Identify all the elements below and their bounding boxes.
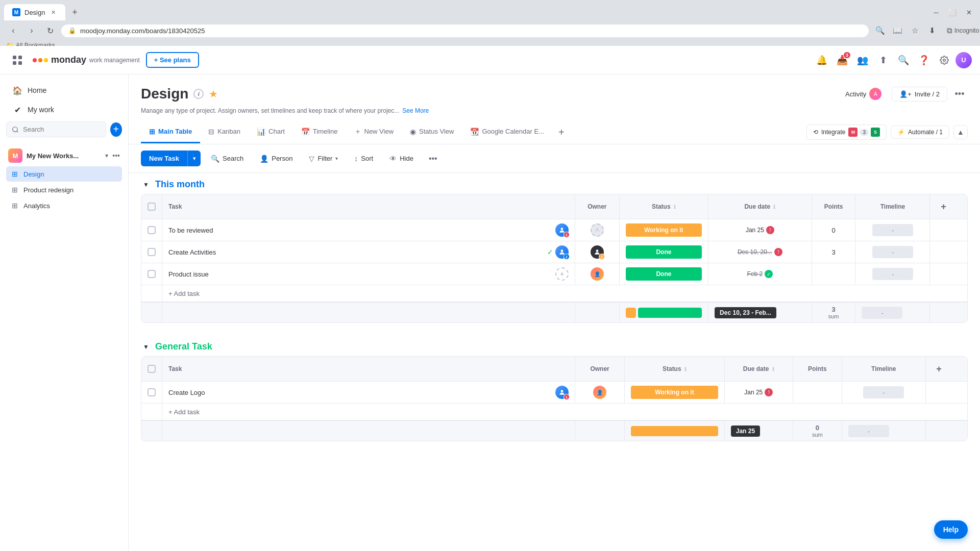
sidebar-item-home[interactable]: 🏠 Home — [4, 81, 124, 99]
g-add-task-label: + Add task — [168, 408, 200, 416]
upgrade-button[interactable]: ⬆ — [874, 51, 892, 69]
task-add-icon[interactable]: + — [555, 267, 569, 281]
status-badge[interactable]: Done — [626, 267, 702, 281]
sidebar-board-product-redesign[interactable]: ⊞ Product redesign — [6, 182, 122, 197]
timeline-bar[interactable]: - — [872, 268, 913, 280]
g-due-date-info-icon[interactable]: ℹ — [772, 366, 774, 372]
g-select-all-checkbox[interactable] — [148, 365, 156, 373]
help-nav-button[interactable]: ❓ — [915, 51, 933, 69]
favorites-icon[interactable]: ☆ — [908, 23, 922, 38]
refresh-button[interactable]: ↻ — [43, 23, 57, 38]
section-title-this-month[interactable]: This month — [155, 179, 205, 190]
close-button[interactable]: ✕ — [962, 5, 976, 19]
g-status-badge[interactable]: Working on it — [631, 386, 718, 399]
workspace-chevron-icon[interactable]: ▾ — [105, 152, 108, 159]
notification-button[interactable]: 🔔 — [813, 51, 831, 69]
workspace-more-button[interactable]: ••• — [112, 152, 120, 160]
new-task-dropdown-arrow[interactable]: ▾ — [188, 152, 201, 165]
new-task-button[interactable]: New Task ▾ — [141, 151, 201, 166]
tab-main-table[interactable]: ⊞ Main Table — [141, 121, 200, 143]
automate-button[interactable]: ⚡ Automate / 1 — [891, 126, 949, 139]
sidebar-search-input[interactable] — [6, 121, 106, 137]
search-nav-button[interactable]: 🔍 — [894, 51, 913, 69]
see-more-link[interactable]: See More — [402, 107, 429, 114]
status-badge[interactable]: Working on it — [626, 223, 702, 237]
due-date-info-icon[interactable]: ℹ — [773, 204, 775, 210]
tab-chart[interactable]: 📊 Chart — [249, 121, 293, 143]
section-collapse-button[interactable]: ▼ — [141, 180, 151, 190]
add-task-label: + Add task — [168, 290, 200, 297]
owner-cell: 👤 — [575, 263, 620, 285]
add-task-row[interactable]: + Add task — [141, 285, 967, 303]
filter-toolbar-button[interactable]: ▽ Filter ▾ — [303, 152, 344, 166]
see-plans-button[interactable]: + See plans — [146, 52, 199, 68]
add-task-cell[interactable]: + Add task — [162, 285, 968, 303]
section-title-general[interactable]: General Task — [155, 341, 212, 352]
section-collapse-button-general[interactable]: ▼ — [141, 342, 151, 352]
timeline-bar[interactable]: - — [872, 224, 913, 236]
g-timeline-bar[interactable]: - — [863, 386, 904, 398]
select-all-checkbox[interactable] — [148, 203, 156, 211]
invite-button[interactable]: 👤+ Invite / 2 — [892, 87, 947, 102]
collapse-button[interactable]: ▲ — [953, 125, 968, 139]
minimize-button[interactable]: ─ — [929, 5, 943, 19]
integrate-button[interactable]: ⟲ Integrate M 3 S — [806, 124, 887, 140]
sort-toolbar-button[interactable]: ↕ Sort — [348, 152, 379, 166]
table-row: Create Logo 1 — [141, 382, 967, 404]
back-button[interactable]: ‹ — [6, 23, 20, 38]
person-toolbar-button[interactable]: 👤 Person — [254, 152, 299, 166]
tab-timeline[interactable]: 📅 Timeline — [293, 121, 346, 143]
row-checkbox[interactable] — [148, 270, 156, 278]
status-badge[interactable]: Done — [626, 245, 702, 259]
owner-avatar[interactable] — [591, 223, 604, 237]
hide-toolbar-button[interactable]: 👁 Hide — [383, 152, 420, 166]
search-icon[interactable]: 🔍 — [873, 23, 887, 38]
status-info-icon[interactable]: ℹ — [674, 204, 676, 210]
board-icon-analytics: ⊞ — [10, 201, 19, 210]
timeline-bar[interactable]: - — [872, 246, 913, 258]
add-column-button[interactable]: + — [936, 199, 950, 214]
add-view-button[interactable]: + — [552, 121, 571, 143]
owner-avatar[interactable]: 👤 — [591, 267, 604, 281]
sidebar-item-mywork[interactable]: ✔ My work — [4, 101, 124, 119]
activity-button[interactable]: Activity A — [839, 85, 888, 103]
workspace-header[interactable]: M My New Works... ▾ ••• — [6, 145, 122, 166]
g-row-checkbox[interactable] — [148, 388, 156, 396]
row-checkbox[interactable] — [148, 248, 156, 256]
inbox-button[interactable]: 📥 3 — [833, 51, 851, 69]
add-item-button[interactable]: + — [110, 122, 122, 137]
sidebar-board-analytics[interactable]: ⊞ Analytics — [6, 198, 122, 213]
toolbar-more-button[interactable]: ••• — [424, 151, 443, 166]
board-info-icon[interactable]: i — [193, 89, 204, 99]
tab-kanban[interactable]: ⊟ Kanban — [200, 121, 249, 143]
tab-close-button[interactable]: ✕ — [49, 8, 57, 16]
g-status-info-icon[interactable]: ℹ — [684, 366, 687, 372]
active-tab[interactable]: M Design ✕ — [4, 4, 65, 20]
row-checkbox[interactable] — [148, 226, 156, 234]
board-more-button[interactable]: ••• — [951, 86, 968, 102]
people-button[interactable]: 👥 — [853, 51, 872, 69]
g-add-column-button[interactable]: + — [932, 362, 946, 376]
maximize-button[interactable]: ⬜ — [945, 5, 960, 19]
address-bar[interactable]: 🔒 moodjoy.monday.com/boards/1830420525 — [61, 24, 869, 37]
new-tab-button[interactable]: + — [67, 5, 82, 19]
g-add-task-row[interactable]: + Add task — [141, 404, 967, 421]
sidebar-board-design[interactable]: ⊞ Design — [6, 166, 122, 182]
reader-mode-icon[interactable]: 📖 — [890, 23, 904, 38]
download-icon[interactable]: ⬇ — [925, 23, 939, 38]
svg-rect-3 — [18, 61, 22, 65]
star-icon[interactable]: ★ — [209, 88, 218, 100]
search-toolbar-button[interactable]: 🔍 Search — [205, 152, 250, 166]
forward-button[interactable]: › — [24, 23, 39, 38]
person-toolbar-icon: 👤 — [260, 155, 268, 163]
tab-status-view[interactable]: ◉ Status View — [402, 121, 462, 143]
help-button[interactable]: Help — [934, 520, 968, 539]
user-avatar[interactable]: U — [955, 52, 972, 68]
settings-button[interactable] — [935, 51, 953, 69]
tab-new-view[interactable]: ＋ New View — [346, 121, 402, 143]
apps-grid-button[interactable] — [8, 51, 27, 69]
new-task-main[interactable]: New Task — [141, 151, 188, 166]
g-add-task-cell[interactable]: + Add task — [162, 404, 968, 421]
tab-google-calendar[interactable]: 📆 Google Calendar E... — [462, 121, 552, 143]
g-owner-avatar[interactable]: 👤 — [593, 386, 606, 399]
